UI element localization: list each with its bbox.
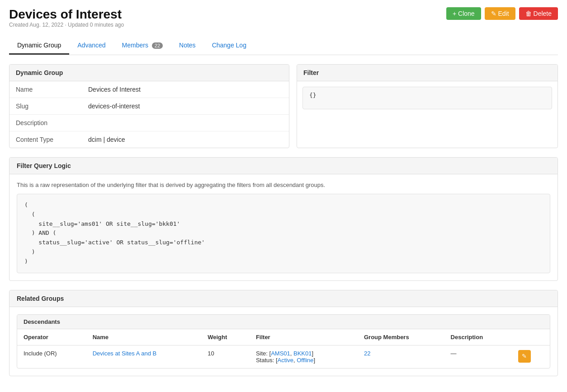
detail-table: Name Devices of Interest Slug devices-of…: [9, 81, 289, 148]
related-groups-section: Related Groups Descendants Operator Name…: [9, 290, 558, 376]
tab-advanced[interactable]: Advanced: [69, 37, 113, 55]
dynamic-group-card: Dynamic Group Name Devices of Interest S…: [9, 64, 289, 148]
filter-cell: Site: [AMS01, BKK01] Status: [Active, Of…: [250, 345, 358, 368]
filter-value: {}: [302, 87, 552, 109]
table-head: Operator Name Weight Filter Group Member…: [17, 329, 550, 345]
tab-notes[interactable]: Notes: [171, 37, 204, 55]
col-operator: Operator: [17, 329, 86, 345]
operator-cell: Include (OR): [17, 345, 86, 368]
field-value: dcim | device: [82, 131, 289, 148]
field-label: Name: [9, 81, 82, 98]
members-badge: 22: [152, 42, 163, 49]
action-buttons: + Clone ✎ Edit 🗑 Delete: [446, 7, 558, 20]
filter-query-logic-body: This is a raw representation of the unde…: [9, 174, 558, 280]
col-actions: [512, 329, 550, 345]
name-cell: Devices at Sites A and B: [86, 345, 202, 368]
field-value: [82, 115, 289, 131]
header-row: Operator Name Weight Filter Group Member…: [17, 329, 550, 345]
status-offline-link[interactable]: Offline: [297, 357, 313, 364]
edit-button[interactable]: ✎ Edit: [485, 7, 515, 20]
site-ams01-link[interactable]: AMS01: [271, 350, 290, 357]
table-row: Slug devices-of-interest: [9, 98, 289, 115]
related-groups-body: Descendants Operator Name Weight Filter …: [9, 307, 558, 376]
description-cell: —: [444, 345, 512, 368]
filter-card-header: Filter: [297, 65, 558, 81]
filter-query-logic-section: Filter Query Logic This is a raw represe…: [9, 157, 558, 281]
descendants-table: Operator Name Weight Filter Group Member…: [17, 329, 550, 368]
tab-change-log[interactable]: Change Log: [204, 37, 255, 55]
filter-query-description: This is a raw representation of the unde…: [17, 182, 550, 188]
header-row: Devices of Interest Created Aug. 12, 202…: [9, 7, 558, 35]
field-value: devices-of-interest: [82, 98, 289, 115]
action-cell: ✎: [512, 345, 550, 368]
table-row: Include (OR) Devices at Sites A and B 10…: [17, 345, 550, 368]
descendants-header: Descendants: [17, 315, 550, 329]
status-active-link[interactable]: Active: [278, 357, 293, 364]
field-label: Description: [9, 115, 82, 131]
filter-card: Filter {}: [297, 64, 558, 148]
site-bkk01-link[interactable]: BKK01: [293, 350, 312, 357]
filter-site-label: Site:: [256, 350, 268, 357]
field-value: Devices of Interest: [82, 81, 289, 98]
descendants-card: Descendants Operator Name Weight Filter …: [17, 314, 550, 369]
group-members-link[interactable]: 22: [364, 350, 370, 357]
filter-status-label: Status:: [256, 357, 274, 364]
tab-bar: Dynamic Group Advanced Members 22 Notes …: [9, 37, 558, 55]
delete-button[interactable]: 🗑 Delete: [519, 7, 558, 20]
col-name: Name: [86, 329, 202, 345]
top-section: Dynamic Group Name Devices of Interest S…: [9, 64, 558, 148]
page-title-section: Devices of Interest Created Aug. 12, 202…: [9, 7, 124, 35]
col-filter: Filter: [250, 329, 358, 345]
edit-row-button[interactable]: ✎: [518, 350, 531, 363]
table-row: Name Devices of Interest: [9, 81, 289, 98]
field-label: Content Type: [9, 131, 82, 148]
related-groups-header: Related Groups: [9, 290, 558, 307]
table-row: Content Type dcim | device: [9, 131, 289, 148]
clone-button[interactable]: + Clone: [446, 7, 481, 20]
table-row: Description: [9, 115, 289, 131]
page-container: Devices of Interest Created Aug. 12, 202…: [0, 0, 567, 392]
device-group-link[interactable]: Devices at Sites A and B: [93, 350, 157, 357]
filter-box: {}: [297, 81, 558, 115]
filter-query-code: ( ( site__slug='ams01' OR site__slug='bk…: [17, 194, 550, 273]
page-title: Devices of Interest: [9, 7, 124, 22]
filter-query-logic-header: Filter Query Logic: [9, 158, 558, 174]
group-members-cell: 22: [358, 345, 444, 368]
table-body: Include (OR) Devices at Sites A and B 10…: [17, 345, 550, 368]
col-description: Description: [444, 329, 512, 345]
weight-cell: 10: [201, 345, 250, 368]
dynamic-group-card-header: Dynamic Group: [9, 65, 289, 81]
pencil-icon: ✎: [522, 353, 527, 359]
col-weight: Weight: [201, 329, 250, 345]
meta-text: Created Aug. 12, 2022 · Updated 0 minute…: [9, 22, 124, 28]
col-group-members: Group Members: [358, 329, 444, 345]
field-label: Slug: [9, 98, 82, 115]
tab-dynamic-group[interactable]: Dynamic Group: [9, 37, 69, 55]
tab-members[interactable]: Members 22: [114, 37, 171, 55]
